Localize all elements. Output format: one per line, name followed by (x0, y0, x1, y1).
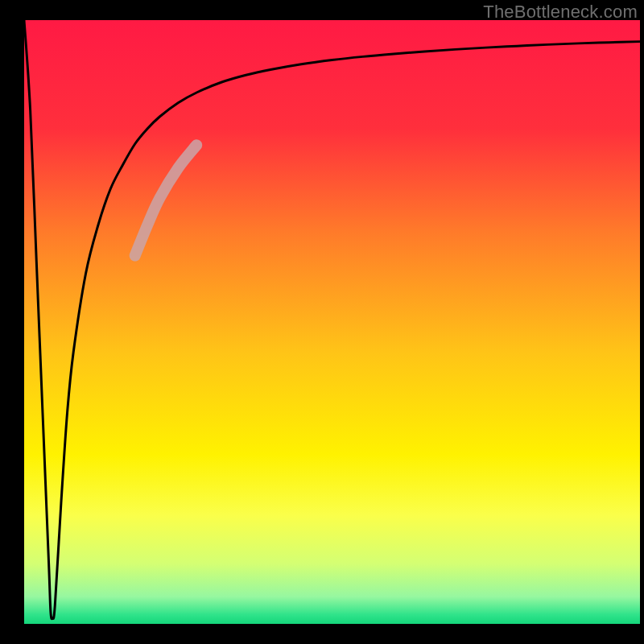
chart-svg (0, 0, 644, 644)
frame-right (640, 0, 644, 644)
frame-left (0, 0, 24, 644)
plot-background-gradient (24, 20, 640, 624)
watermark-text: TheBottleneck.com (483, 2, 638, 23)
bottleneck-chart: TheBottleneck.com (0, 0, 644, 644)
frame-bottom (0, 624, 644, 644)
